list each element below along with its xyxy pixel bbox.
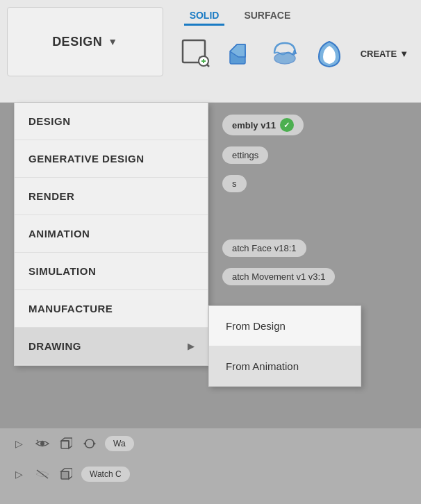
movement-item[interactable]: atch Movement v1 v3:1 (222, 268, 335, 285)
create-label: CREATE ▼ (355, 47, 414, 60)
bottom-cube-icon[interactable] (58, 435, 74, 452)
svg-rect-14 (61, 441, 69, 448)
bottom-row-2: ▷ Watch C (0, 459, 421, 489)
toolbar-right: SOLID SURFACE (170, 0, 421, 78)
svg-point-12 (40, 442, 44, 446)
svg-line-13 (37, 440, 38, 442)
shell-icon[interactable] (311, 35, 348, 72)
menu-item-generative-design[interactable]: GENERATIVE DESIGN (15, 140, 208, 178)
bottom-cube-icon-2[interactable] (58, 466, 74, 482)
menu-item-drawing[interactable]: DRAWING ▶ (15, 328, 208, 365)
extrude-icon[interactable] (222, 35, 259, 72)
drawing-arrow-icon: ▶ (188, 342, 195, 351)
dropdown-menu: DESIGN GENERATIVE DESIGN RENDER ANIMATIO… (14, 103, 208, 366)
submenu-from-design[interactable]: From Design (209, 306, 361, 346)
bottom-wa-item[interactable]: Wa (105, 436, 134, 451)
design-button[interactable]: DESIGN ▼ (7, 7, 163, 76)
create-sketch-icon[interactable] (177, 35, 215, 72)
list-item-small[interactable]: s (222, 175, 247, 192)
revolve-icon[interactable] (266, 35, 304, 72)
menu-item-simulation[interactable]: SIMULATION (15, 253, 208, 290)
tab-solid[interactable]: SOLID (184, 7, 225, 26)
face-item[interactable]: atch Face v18:1 (222, 240, 306, 257)
menu-item-render[interactable]: RENDER (15, 178, 208, 215)
assembly-label: embly v11 (232, 120, 276, 131)
submenu: From Design From Animation (208, 305, 361, 387)
assembly-breadcrumb[interactable]: embly v11 ✓ (222, 115, 304, 135)
top-toolbar: DESIGN ▼ SOLID SURFACE (0, 0, 421, 103)
submenu-from-animation[interactable]: From Animation (209, 346, 361, 386)
design-button-label: DESIGN (52, 35, 102, 49)
create-chevron: ▼ (399, 49, 408, 59)
create-text: CREATE (361, 49, 397, 59)
check-icon: ✓ (280, 118, 294, 132)
bottom-eye-icon[interactable] (34, 435, 51, 452)
settings-item[interactable]: ettings (222, 146, 268, 164)
bottom-arrow-icon-2[interactable]: ▷ (10, 466, 27, 482)
bottom-toolbar: ▷ Wa (0, 428, 421, 504)
svg-rect-21 (61, 471, 69, 479)
design-chevron: ▼ (108, 36, 117, 47)
svg-marker-19 (83, 442, 86, 446)
svg-line-20 (37, 470, 48, 478)
menu-item-animation[interactable]: ANIMATION (15, 215, 208, 253)
toolbar-icons: CREATE ▼ (170, 29, 421, 78)
bottom-refresh-icon[interactable] (81, 435, 98, 452)
bottom-row-1: ▷ Wa (0, 428, 421, 459)
right-panel: embly v11 ✓ ettings s atch Face v18:1 at… (222, 115, 414, 296)
bottom-eye-slash-icon[interactable] (34, 466, 51, 482)
menu-item-manufacture[interactable]: MANUFACTURE (15, 290, 208, 328)
svg-marker-15 (61, 438, 72, 448)
bottom-watchc-item[interactable]: Watch C (81, 467, 130, 482)
toolbar-tabs: SOLID SURFACE (170, 3, 421, 29)
svg-point-11 (274, 53, 295, 64)
bottom-arrow-icon[interactable]: ▷ (10, 435, 27, 452)
tab-surface[interactable]: SURFACE (238, 7, 296, 26)
menu-item-design[interactable]: DESIGN (15, 103, 208, 140)
